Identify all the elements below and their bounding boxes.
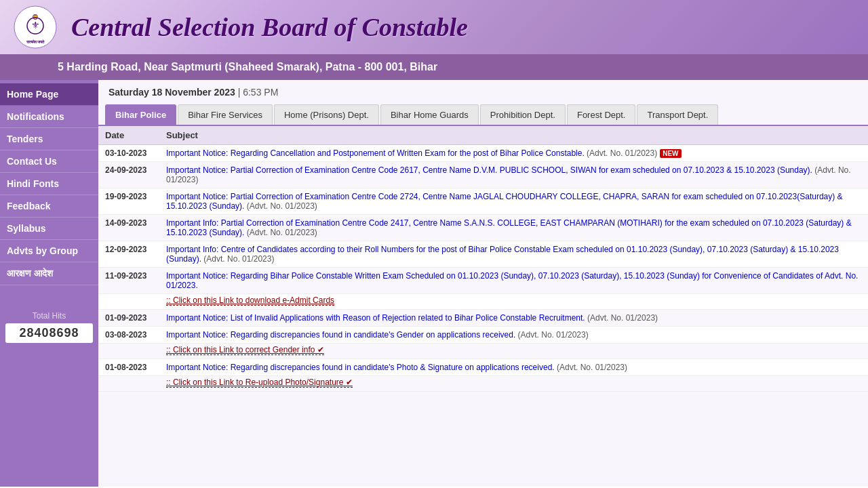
sidebar-item-notifications[interactable]: Notifications: [0, 106, 98, 128]
tab-transport[interactable]: Transport Dept.: [637, 104, 718, 125]
hits-label: Total Hits: [5, 311, 93, 321]
sidebar-item-tenders[interactable]: Tenders: [0, 128, 98, 150]
notice-subject: Important Notice: Regarding discrepancie…: [159, 327, 868, 344]
notice-date: 14-09-2023: [98, 215, 159, 241]
notice-date: 11-09-2023: [98, 268, 159, 294]
action-link[interactable]: :: Click on this Link to correct Gender …: [166, 345, 324, 355]
sidebar-item-feedback[interactable]: Feedback: [0, 195, 98, 218]
notice-date: 19-09-2023: [98, 188, 159, 215]
notice-link[interactable]: Important Notice: List of Invalid Applic…: [166, 313, 585, 323]
notice-date: 03-08-2023: [98, 327, 159, 344]
table-row: 12-09-2023Important Info: Centre of Cand…: [98, 241, 868, 268]
sub-link-row: :: Click on this Link to correct Gender …: [98, 344, 868, 359]
tab-bihar-fire[interactable]: Bihar Fire Services: [178, 104, 273, 125]
hits-section: Total Hits 28408698: [0, 306, 98, 348]
table-row: 11-09-2023Important Notice: Regarding Bi…: [98, 268, 868, 294]
sub-link-empty: [98, 344, 159, 359]
notice-subject: Important Notice: List of Invalid Applic…: [159, 310, 868, 327]
sub-link-cell: :: Click on this Link to download e-Admi…: [159, 294, 868, 310]
notice-subject: Important Notice: Regarding Bihar Police…: [159, 268, 868, 294]
tab-prohibition[interactable]: Prohibition Dept.: [480, 104, 566, 125]
col-subject: Subject: [159, 126, 868, 145]
notice-advt: (Advt. No. 01/2023): [585, 148, 657, 158]
action-link[interactable]: :: Click on this Link to Re-upload Photo…: [166, 378, 353, 388]
notice-date: 12-09-2023: [98, 241, 159, 268]
sidebar-item-syllabus[interactable]: Syllabus: [0, 218, 98, 240]
notice-advt: (Advt. No. 01/2023): [244, 228, 317, 237]
table-row: 19-09-2023Important Notice: Partial Corr…: [98, 188, 868, 215]
action-link[interactable]: :: Click on this Link to download e-Admi…: [166, 296, 334, 306]
notice-link[interactable]: Important Notice: Regarding discrepancie…: [166, 363, 555, 372]
notice-date: 01-09-2023: [98, 310, 159, 327]
notice-advt: (Advt. No. 01/2023): [555, 363, 627, 372]
new-badge: NEW: [660, 149, 681, 158]
hits-value: 28408698: [5, 323, 93, 343]
address-bar: 5 Harding Road, Near Saptmurti (Shaheed …: [0, 54, 868, 80]
notice-date: 24-09-2023: [98, 162, 159, 188]
tab-bihar-police[interactable]: Bihar Police: [105, 104, 176, 125]
address-text: 5 Harding Road, Near Saptmurti (Shaheed …: [58, 61, 437, 73]
tab-bihar-home-guards[interactable]: Bihar Home Guards: [380, 104, 479, 125]
notice-advt: (Advt. No. 01/2023): [515, 330, 588, 340]
sub-link-empty: [98, 376, 159, 392]
notice-link[interactable]: Important Notice: Regarding Bihar Police…: [166, 271, 858, 290]
table-row: 01-08-2023Important Notice: Regarding di…: [98, 359, 868, 376]
notice-subject: Important Info: Centre of Candidates acc…: [159, 241, 868, 268]
table-row: 24-09-2023Important Notice: Partial Corr…: [98, 162, 868, 188]
content-area: Saturday 18 November 2023 | 6:53 PM Biha…: [98, 80, 868, 487]
sidebar-item-hindi-fonts[interactable]: Hindi Fonts: [0, 173, 98, 195]
site-title: Central Selection Board of Constable: [71, 12, 468, 42]
sidebar-item-advts[interactable]: Advts by Group: [0, 240, 98, 262]
table-row: 01-09-2023Important Notice: List of Inva…: [98, 310, 868, 327]
table-row: 03-08-2023Important Notice: Regarding di…: [98, 327, 868, 344]
date-bar: Saturday 18 November 2023 | 6:53 PM: [98, 80, 868, 104]
notice-subject: Important Notice: Partial Correction of …: [159, 162, 868, 188]
notice-advt: (Advt. No. 01/2023): [201, 254, 274, 264]
sub-link-row: :: Click on this Link to Re-upload Photo…: [98, 376, 868, 392]
notice-link[interactable]: Important Notice: Regarding Cancellation…: [166, 148, 585, 158]
notice-link[interactable]: Important Notice: Partial Correction of …: [166, 165, 812, 175]
header: 🦁 ⚜ सत्यमेव जयते Central Selection Board…: [0, 0, 868, 54]
table-row: 14-09-2023Important Info: Partial Correc…: [98, 215, 868, 241]
main-layout: Home Page Notifications Tenders Contact …: [0, 80, 868, 487]
notice-subject: Important Notice: Regarding Cancellation…: [159, 145, 868, 162]
notice-subject: Important Notice: Regarding discrepancie…: [159, 359, 868, 376]
sub-link-empty: [98, 294, 159, 310]
sub-link-cell: :: Click on this Link to correct Gender …: [159, 344, 868, 359]
sidebar: Home Page Notifications Tenders Contact …: [0, 80, 98, 487]
date-separator: |: [238, 87, 241, 98]
emblem-logo: 🦁 ⚜ सत्यमेव जयते: [14, 5, 58, 49]
notice-advt: (Advt. No. 01/2023): [244, 201, 317, 211]
current-date: Saturday 18 November 2023: [108, 87, 235, 98]
sidebar-item-aarakshan[interactable]: आरक्षण आदेश: [0, 262, 98, 285]
col-date: Date: [98, 126, 159, 145]
sub-link-row: :: Click on this Link to download e-Admi…: [98, 294, 868, 310]
notice-date: 01-08-2023: [98, 359, 159, 376]
notices-table: Date Subject 03-10-2023Important Notice:…: [98, 126, 868, 392]
notice-advt: (Advt. No. 01/2023): [585, 313, 658, 323]
notice-date: 03-10-2023: [98, 145, 159, 162]
tab-home-prisons[interactable]: Home (Prisons) Dept.: [274, 104, 379, 125]
notices-container: Date Subject 03-10-2023Important Notice:…: [98, 126, 868, 461]
notice-link[interactable]: Important Notice: Regarding discrepancie…: [166, 330, 515, 340]
tab-forest[interactable]: Forest Dept.: [567, 104, 636, 125]
svg-text:सत्यमेव जयते: सत्यमेव जयते: [26, 39, 45, 44]
current-time: 6:53 PM: [243, 87, 278, 98]
svg-text:⚜: ⚜: [31, 20, 40, 30]
notice-subject: Important Notice: Partial Correction of …: [159, 188, 868, 215]
sidebar-item-contact[interactable]: Contact Us: [0, 150, 98, 173]
notice-subject: Important Info: Partial Correction of Ex…: [159, 215, 868, 241]
table-row: 03-10-2023Important Notice: Regarding Ca…: [98, 145, 868, 162]
department-tabs: Bihar Police Bihar Fire Services Home (P…: [98, 104, 868, 126]
sub-link-cell: :: Click on this Link to Re-upload Photo…: [159, 376, 868, 392]
sidebar-item-home[interactable]: Home Page: [0, 83, 98, 106]
